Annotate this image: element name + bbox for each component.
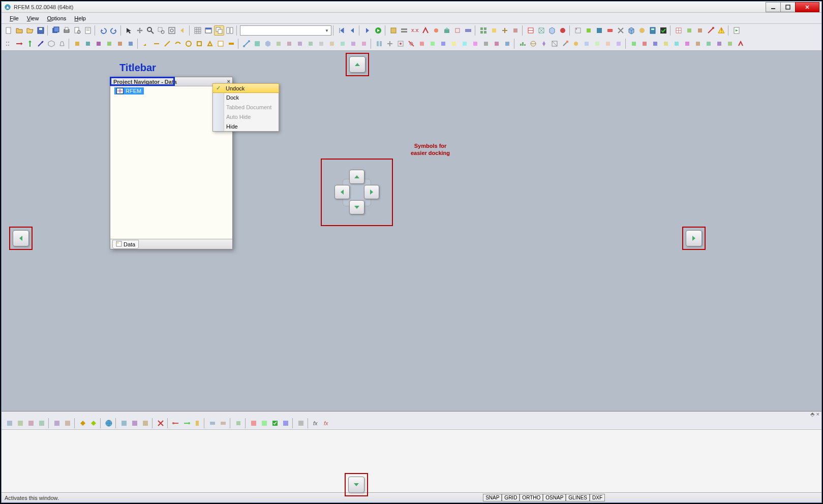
t2-icon-49[interactable] bbox=[603, 39, 613, 49]
dock-center-up[interactable] bbox=[349, 170, 364, 184]
tool-p-icon[interactable] bbox=[637, 25, 647, 36]
t2-icon-27[interactable] bbox=[359, 39, 369, 49]
redo-icon[interactable] bbox=[109, 25, 119, 36]
bt-icon-13[interactable] bbox=[171, 418, 181, 428]
t2-icon-13[interactable] bbox=[205, 39, 215, 49]
dock-center-down[interactable] bbox=[349, 200, 364, 214]
t2-icon-43[interactable] bbox=[539, 39, 549, 49]
t2-icon-28[interactable] bbox=[374, 39, 384, 49]
previous-view-icon[interactable] bbox=[177, 25, 188, 36]
zoom-icon[interactable] bbox=[145, 25, 156, 36]
tool-color-icon[interactable] bbox=[558, 25, 568, 36]
t2-icon-8[interactable] bbox=[151, 39, 162, 49]
t2-icon-19[interactable] bbox=[273, 39, 284, 49]
t2-icon-6[interactable] bbox=[126, 39, 136, 49]
t2-icon-56[interactable] bbox=[682, 39, 692, 49]
open-folder-icon[interactable] bbox=[25, 25, 35, 36]
tool-a-icon[interactable] bbox=[388, 25, 399, 36]
tool-section-icon[interactable] bbox=[526, 25, 536, 36]
ctx-undock[interactable]: ✓ Undock bbox=[212, 83, 279, 93]
t2-icon-12[interactable] bbox=[194, 39, 204, 49]
t2-icon-59[interactable] bbox=[714, 39, 724, 49]
t2-icon-31[interactable] bbox=[406, 39, 416, 49]
t2-icon-39[interactable] bbox=[492, 39, 502, 49]
status-dxf[interactable]: DXF bbox=[590, 494, 605, 501]
nav-next-icon[interactable] bbox=[362, 25, 373, 36]
tool-e-icon[interactable] bbox=[452, 25, 463, 36]
bt-icon-7[interactable] bbox=[78, 418, 88, 428]
bt-icon-16[interactable] bbox=[207, 418, 218, 428]
bt-icon-1[interactable] bbox=[5, 418, 15, 428]
t2-icon-24[interactable] bbox=[327, 39, 337, 49]
save-icon[interactable] bbox=[36, 25, 46, 36]
t2-icon-42[interactable] bbox=[528, 39, 538, 49]
tool-excl-icon[interactable]: ! bbox=[716, 25, 726, 36]
tool-render-icon[interactable] bbox=[442, 25, 452, 36]
bt-icon-12[interactable] bbox=[156, 418, 166, 428]
axis-y-icon[interactable] bbox=[25, 39, 35, 49]
isometric-icon[interactable] bbox=[46, 39, 56, 49]
t2-icon-18[interactable] bbox=[263, 39, 273, 49]
dock-target-left[interactable] bbox=[13, 230, 29, 246]
drag-handle-icon[interactable] bbox=[4, 39, 14, 49]
t2-icon-25[interactable] bbox=[338, 39, 348, 49]
t2-icon-36[interactable] bbox=[460, 39, 470, 49]
bt-icon-10[interactable] bbox=[130, 418, 140, 428]
t2-icon-35[interactable] bbox=[449, 39, 459, 49]
t2-icon-4[interactable] bbox=[104, 39, 114, 49]
tool-s-icon[interactable] bbox=[695, 25, 705, 36]
bt-icon-23[interactable] bbox=[296, 418, 306, 428]
close-button[interactable] bbox=[795, 2, 819, 12]
bt-icon-5[interactable] bbox=[52, 418, 62, 428]
tool-cube-icon[interactable] bbox=[626, 25, 636, 36]
bt-icon-19[interactable] bbox=[249, 418, 259, 428]
status-osnap[interactable]: OSNAP bbox=[543, 494, 566, 501]
nav-prev-icon[interactable] bbox=[347, 25, 357, 36]
t2-icon-61[interactable] bbox=[736, 39, 746, 49]
bt-icon-3[interactable] bbox=[26, 418, 36, 428]
dock-target-bottom[interactable] bbox=[348, 477, 364, 493]
tool-play-icon[interactable] bbox=[731, 25, 742, 36]
t2-icon-50[interactable] bbox=[614, 39, 624, 49]
t2-icon-48[interactable] bbox=[592, 39, 602, 49]
t2-icon-54[interactable] bbox=[661, 39, 671, 49]
tool-calc-icon[interactable] bbox=[648, 25, 658, 36]
t2-icon-14[interactable] bbox=[216, 39, 226, 49]
axis-x-icon[interactable] bbox=[14, 39, 24, 49]
dock-target-right[interactable] bbox=[686, 230, 702, 246]
tool-c-icon[interactable] bbox=[420, 25, 431, 36]
report-icon[interactable] bbox=[83, 25, 93, 36]
tool-b-icon[interactable] bbox=[399, 25, 409, 36]
t2-icon-41[interactable] bbox=[517, 39, 528, 49]
t2-icon-20[interactable] bbox=[284, 39, 294, 49]
tool-o-icon[interactable] bbox=[616, 25, 626, 36]
t2-icon-5[interactable] bbox=[115, 39, 125, 49]
t2-icon-33[interactable] bbox=[428, 39, 438, 49]
new-file-icon[interactable] bbox=[4, 25, 14, 36]
t2-icon-22[interactable] bbox=[306, 39, 316, 49]
t2-icon-40[interactable] bbox=[502, 39, 512, 49]
t2-icon-21[interactable] bbox=[295, 39, 305, 49]
zoom-all-icon[interactable] bbox=[167, 25, 177, 36]
menu-file[interactable]: File bbox=[6, 14, 23, 22]
ctx-dock[interactable]: Dock bbox=[213, 92, 279, 102]
tool-i-icon[interactable] bbox=[500, 25, 510, 36]
tool-k-icon[interactable] bbox=[573, 25, 583, 36]
bt-icon-14[interactable] bbox=[181, 418, 192, 428]
t2-icon-52[interactable] bbox=[639, 39, 650, 49]
bt-icon-fx2[interactable]: fx bbox=[322, 418, 332, 428]
tile-icon[interactable] bbox=[225, 25, 235, 36]
print-icon[interactable] bbox=[62, 25, 72, 36]
tool-t-icon[interactable] bbox=[706, 25, 716, 36]
tree-root-item[interactable]: RFEM bbox=[114, 87, 144, 94]
menu-view[interactable]: View bbox=[23, 14, 43, 22]
tool-solid-icon[interactable] bbox=[547, 25, 557, 36]
menu-options[interactable]: Options bbox=[43, 14, 70, 22]
tool-n-icon[interactable] bbox=[605, 25, 615, 36]
tool-f-icon[interactable] bbox=[463, 25, 473, 36]
t2-icon-23[interactable] bbox=[316, 39, 326, 49]
tool-d-icon[interactable] bbox=[431, 25, 441, 36]
bt-icon-4[interactable] bbox=[37, 418, 47, 428]
t2-icon-32[interactable] bbox=[417, 39, 427, 49]
panel-tab-data[interactable]: Data bbox=[112, 240, 139, 249]
